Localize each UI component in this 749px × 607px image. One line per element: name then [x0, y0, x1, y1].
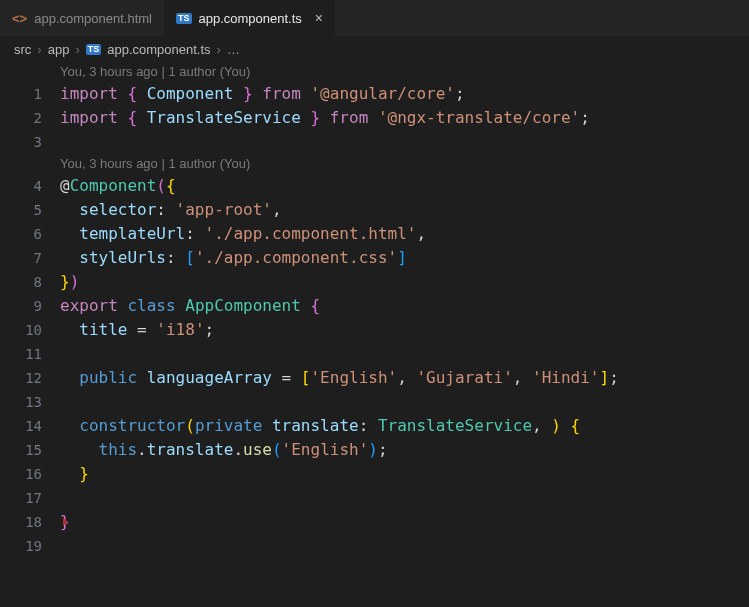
editor[interactable]: You, 3 hours ago | 1 author (You) 1 impo… [0, 62, 749, 558]
tab-bar: <> app.component.html TS app.component.t… [0, 0, 749, 36]
line-number: 2 [0, 106, 60, 130]
breadcrumb-ellipsis[interactable]: … [227, 42, 240, 57]
line-number: 9 [0, 294, 60, 318]
line-number: 6 [0, 222, 60, 246]
chevron-right-icon: › [217, 42, 221, 57]
line-number: 17 [0, 486, 60, 510]
code-line[interactable]: 10 title = 'i18'; [0, 318, 749, 342]
line-number: 19 [0, 534, 60, 558]
tab-label: app.component.html [34, 11, 152, 26]
code-line[interactable]: 18 } [0, 510, 749, 534]
ts-icon: TS [86, 44, 102, 55]
code-line[interactable]: 15 this.translate.use('English'); [0, 438, 749, 462]
line-number: 16 [0, 462, 60, 486]
code-line[interactable]: 16 } [0, 462, 749, 486]
line-number: 12 [0, 366, 60, 390]
code-line[interactable]: 17 [0, 486, 749, 510]
line-number: 11 [0, 342, 60, 366]
line-number: 7 [0, 246, 60, 270]
code-line[interactable]: 1 import { Component } from '@angular/co… [0, 82, 749, 106]
code-line[interactable]: 11 [0, 342, 749, 366]
line-number: 8 [0, 270, 60, 294]
tab-app-component-html[interactable]: <> app.component.html [0, 0, 164, 36]
chevron-right-icon: › [75, 42, 79, 57]
code-line[interactable]: 5 selector: 'app-root', [0, 198, 749, 222]
collapse-marker-icon[interactable] [63, 518, 68, 526]
code-line[interactable]: 9 export class AppComponent { [0, 294, 749, 318]
line-number: 4 [0, 174, 60, 198]
tab-label: app.component.ts [199, 11, 302, 26]
line-number: 15 [0, 438, 60, 462]
breadcrumb[interactable]: src › app › TS app.component.ts › … [0, 36, 749, 62]
code-line[interactable]: 4 @Component({ [0, 174, 749, 198]
line-number: 13 [0, 390, 60, 414]
code-line[interactable]: 3 [0, 130, 749, 154]
code-line[interactable]: 8 }) [0, 270, 749, 294]
code-line[interactable]: 2 import { TranslateService } from '@ngx… [0, 106, 749, 130]
codelens[interactable]: You, 3 hours ago | 1 author (You) [0, 62, 749, 82]
tab-app-component-ts[interactable]: TS app.component.ts × [164, 0, 335, 36]
html-icon: <> [12, 11, 27, 26]
line-number: 3 [0, 130, 60, 154]
code-line[interactable]: 6 templateUrl: './app.component.html', [0, 222, 749, 246]
line-number: 14 [0, 414, 60, 438]
chevron-right-icon: › [37, 42, 41, 57]
code-line[interactable]: 19 [0, 534, 749, 558]
breadcrumb-part[interactable]: app [48, 42, 70, 57]
code-line[interactable]: 14 constructor(private translate: Transl… [0, 414, 749, 438]
line-number: 5 [0, 198, 60, 222]
line-number: 10 [0, 318, 60, 342]
breadcrumb-part[interactable]: src [14, 42, 31, 57]
code-line[interactable]: 12 public languageArray = ['English', 'G… [0, 366, 749, 390]
line-number: 1 [0, 82, 60, 106]
ts-icon: TS [176, 13, 192, 24]
close-icon[interactable]: × [315, 11, 323, 25]
code-line[interactable]: 7 styleUrls: ['./app.component.css'] [0, 246, 749, 270]
codelens[interactable]: You, 3 hours ago | 1 author (You) [0, 154, 749, 174]
breadcrumb-part[interactable]: app.component.ts [107, 42, 210, 57]
code-line[interactable]: 13 [0, 390, 749, 414]
line-number: 18 [0, 510, 60, 534]
